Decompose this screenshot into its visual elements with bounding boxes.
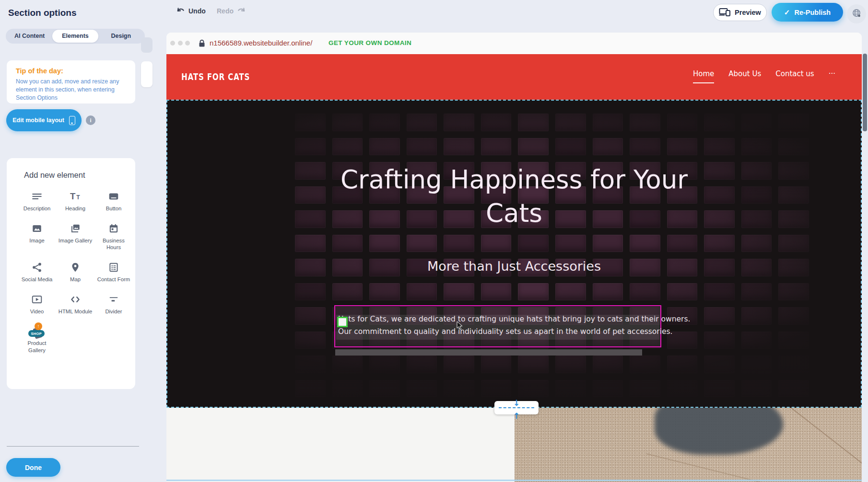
hero-tile <box>667 356 698 373</box>
tab-ai-content[interactable]: AI Content <box>7 30 52 43</box>
add-element-product-gallery[interactable]: ↑ SHOPProduct Gallery <box>18 325 56 354</box>
redo-button[interactable]: Redo <box>217 7 246 15</box>
hero-paragraph[interactable]: Hats for Cats, we are dedicated to craft… <box>338 313 657 338</box>
element-label: Video <box>30 308 44 315</box>
hero-tile <box>555 114 586 131</box>
add-element-heading[interactable]: TTHeading <box>56 191 94 212</box>
element-drag-handle[interactable] <box>337 317 348 327</box>
hero-tile <box>481 235 512 252</box>
undo-button[interactable]: Undo <box>176 7 206 15</box>
preview-button[interactable]: Preview <box>713 4 767 21</box>
social-media-icon <box>31 262 43 273</box>
image-icon <box>31 223 43 234</box>
hero-tile <box>704 114 735 131</box>
done-button[interactable]: Done <box>6 458 60 477</box>
add-element-contact-form[interactable]: Contact Form <box>94 262 133 283</box>
nav-more[interactable]: ··· <box>829 69 835 82</box>
element-label: Social Media <box>22 276 53 283</box>
add-element-image[interactable]: Image <box>18 223 56 251</box>
hero-tile <box>593 114 623 131</box>
site-url[interactable]: n1566589.websitebuilder.online/ <box>210 39 312 47</box>
hero-tile <box>778 332 809 349</box>
map-icon <box>70 262 81 273</box>
hero-section-selected[interactable]: Crafting Happiness for Your Cats More th… <box>166 100 862 408</box>
html-module-icon <box>70 294 81 305</box>
hero-tile <box>630 380 660 398</box>
element-label: Contact Form <box>97 276 130 283</box>
hero-tile <box>593 138 623 156</box>
element-underbar <box>335 349 642 356</box>
hero-tile <box>630 235 660 252</box>
hero-tile <box>593 380 623 398</box>
section-boundary-line <box>166 480 862 481</box>
section-resize-handle[interactable]: ↓ ↑ <box>494 401 539 414</box>
add-element-description[interactable]: Description <box>18 191 56 212</box>
hero-tile <box>704 332 735 349</box>
hero-subheading[interactable]: More than Just Accessories <box>167 259 861 274</box>
hero-tile <box>332 356 363 373</box>
website-builder-app: Section options Undo Redo Preview ✓ Re-P… <box>0 0 868 482</box>
hero-tile <box>481 138 512 156</box>
add-new-element-card: Add new element DescriptionTTHeadingButt… <box>7 158 135 389</box>
add-element-video[interactable]: Video <box>18 294 56 315</box>
hero-tile <box>704 186 735 204</box>
section-divider-dashes <box>499 407 534 408</box>
edit-mobile-layout-label: Edit mobile layout <box>12 117 64 124</box>
hero-tile <box>667 380 698 398</box>
info-icon[interactable]: i <box>86 115 95 125</box>
hero-tile <box>295 235 326 252</box>
tab-elements[interactable]: Elements <box>52 30 98 43</box>
nav-home[interactable]: Home <box>693 69 714 83</box>
hero-tile <box>444 283 474 301</box>
hero-tile <box>295 356 326 373</box>
next-section-white-area <box>166 408 515 482</box>
hero-tile <box>518 138 549 156</box>
hero-tile <box>778 283 809 301</box>
selected-text-element[interactable]: Hats for Cats, we are dedicated to craft… <box>334 305 661 347</box>
hero-tile <box>704 283 735 301</box>
sidebar-divider <box>7 446 139 447</box>
hero-tile <box>741 356 772 373</box>
element-label: Product Gallery <box>19 340 55 354</box>
language-globe-button[interactable] <box>847 4 866 23</box>
business-hours-icon <box>108 223 119 234</box>
hero-tile <box>555 283 586 301</box>
vertical-scrollbar[interactable] <box>863 54 867 131</box>
tip-title: Tip of the day: <box>16 67 135 75</box>
hero-tile <box>481 283 512 301</box>
add-element-business-hours[interactable]: Business Hours <box>94 223 133 251</box>
hero-paragraph-line: Our commitment to quality and individual… <box>338 326 657 338</box>
product-gallery-icon: ↑ SHOP <box>31 325 43 337</box>
nav-about-us[interactable]: About Us <box>728 69 761 82</box>
hero-tile <box>630 138 660 156</box>
nav-contact-us[interactable]: Contact us <box>775 69 814 82</box>
hero-tile <box>369 114 400 131</box>
description-icon <box>31 191 43 202</box>
republish-label: Re-Publish <box>794 9 831 16</box>
hero-tile <box>667 283 698 301</box>
video-icon <box>31 294 43 305</box>
hero-tile <box>704 235 735 252</box>
hero-tile <box>778 114 809 131</box>
add-element-social-media[interactable]: Social Media <box>18 262 56 283</box>
hero-tile <box>407 283 437 301</box>
mobile-phone-icon <box>69 116 75 125</box>
panel-tabs: AI ContentElementsDesign <box>6 29 145 44</box>
hero-tile <box>481 380 512 398</box>
tab-design[interactable]: Design <box>98 30 144 43</box>
hero-heading[interactable]: Crafting Happiness for Your Cats <box>337 163 692 230</box>
add-element-button[interactable]: Button <box>94 191 133 212</box>
hero-tile <box>407 380 437 398</box>
get-domain-link[interactable]: GET YOUR OWN DOMAIN <box>328 39 411 46</box>
hero-tile <box>407 235 437 252</box>
hero-tile <box>778 307 809 325</box>
add-element-divider[interactable]: Divider <box>94 294 133 315</box>
hero-tile <box>444 138 474 156</box>
add-element-html-module[interactable]: HTML Module <box>56 294 94 315</box>
add-element-map[interactable]: Map <box>56 262 94 283</box>
add-element-image-gallery[interactable]: Image Gallery <box>56 223 94 251</box>
hero-tile <box>667 138 698 156</box>
site-logo[interactable]: HATS FOR CATS <box>181 71 250 82</box>
republish-button[interactable]: ✓ Re-Publish <box>772 3 843 22</box>
edit-mobile-layout-button[interactable]: Edit mobile layout <box>6 109 82 131</box>
